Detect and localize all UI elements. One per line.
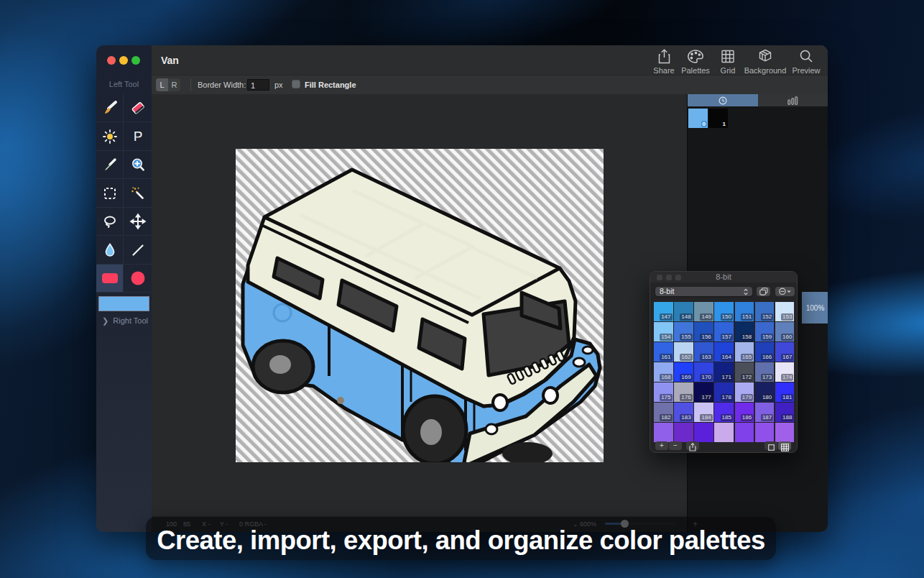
svg-text:P: P <box>133 129 142 144</box>
